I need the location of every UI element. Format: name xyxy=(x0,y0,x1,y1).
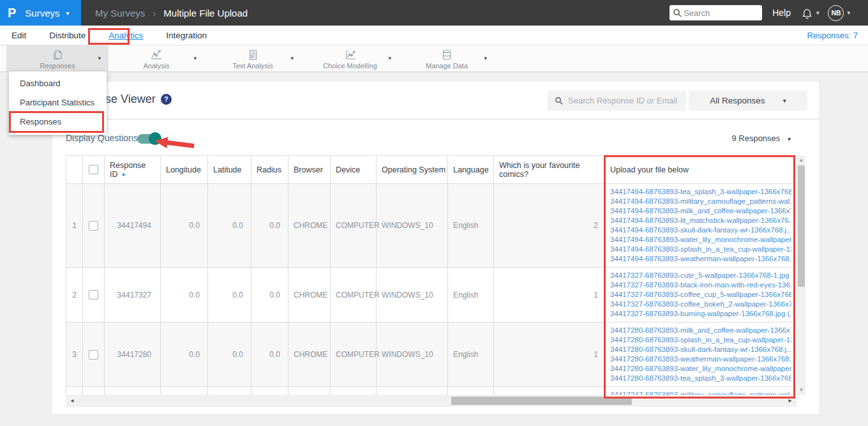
tab-distribute[interactable]: Distribute xyxy=(48,29,87,42)
file-link[interactable]: 34417494-68763893-water_lily_monochrome-… xyxy=(610,235,791,245)
menu-item-responses[interactable]: Responses xyxy=(9,112,107,132)
browser-cell: CHROME xyxy=(288,323,331,387)
file-link[interactable]: 34417327-68763893-black-iron-man-with-re… xyxy=(610,280,791,290)
responses-per-page-dropdown[interactable]: 9 Responses ▾ xyxy=(731,133,791,143)
radius-cell: 0.0 xyxy=(251,184,288,268)
row-checkbox[interactable] xyxy=(89,221,98,231)
vertical-scroll-thumb[interactable] xyxy=(798,165,805,287)
table-row: 2344173270.00.00.0CHROMECOMPUTERWINDOWS_… xyxy=(66,268,797,323)
column-header-label[interactable]: Response ID xyxy=(110,161,146,179)
column-header-label[interactable]: Which is your favourite comics? xyxy=(499,161,580,179)
column-header-label[interactable]: Operating System xyxy=(382,165,445,174)
scroll-down-arrow[interactable]: ▼ xyxy=(797,385,805,395)
help-link[interactable]: Help xyxy=(772,8,791,18)
toolbar-item-responses[interactable]: Responses▾ xyxy=(6,45,108,72)
column-header-browser: Browser xyxy=(288,156,331,184)
row-number-header xyxy=(66,156,83,184)
toolbar-item-choice-modelling[interactable]: Choice Modelling▾ xyxy=(301,45,399,72)
file-link[interactable]: 34417280-68763893-milk_and_coffee-wallpa… xyxy=(610,326,791,335)
breadcrumb-survey-title: Multiple File Upload xyxy=(163,8,248,19)
file-link[interactable]: 34417247-68763893-military_camouflage_pa… xyxy=(610,390,791,395)
tab-analytics[interactable]: Analytics xyxy=(107,29,144,42)
horizontal-scrollbar[interactable]: ◄ ► xyxy=(66,395,797,407)
language-cell: English xyxy=(448,184,494,268)
language-cell: English xyxy=(448,323,494,387)
longitude-cell: 0.0 xyxy=(161,268,208,323)
responses-count[interactable]: Responses: 7 xyxy=(807,31,858,40)
row-select-cell xyxy=(83,323,105,387)
scroll-right-arrow[interactable]: ► xyxy=(785,395,795,407)
file-link[interactable]: 34417280-68763893-tea_splash_3-wallpaper… xyxy=(610,374,791,383)
response-id-cell[interactable]: 34417280 xyxy=(105,323,161,387)
analysis-icon xyxy=(150,49,163,61)
horizontal-scroll-thumb[interactable] xyxy=(451,397,632,405)
sort-ascending-icon[interactable]: ▲ xyxy=(121,171,126,177)
file-link[interactable]: 34417494-68763893-weatherman-wallpaper-1… xyxy=(610,254,791,264)
toolbar-item-analysis[interactable]: Analysis▾ xyxy=(108,45,204,72)
file-link[interactable]: 34417494-68763893-milk_and_coffee-wallpa… xyxy=(610,206,791,216)
toolbar-item-manage-data[interactable]: Manage Data▾ xyxy=(399,45,495,72)
row-checkbox[interactable] xyxy=(89,350,98,360)
language-cell xyxy=(448,387,494,395)
comics-answer-cell: 1 xyxy=(494,268,605,323)
menu-item-participant-statistics[interactable]: Participant Statistics xyxy=(9,93,107,112)
bell-icon xyxy=(801,6,813,20)
table-row: 3344172800.00.00.0CHROMECOMPUTERWINDOWS_… xyxy=(66,323,797,387)
column-header-which-is-your-favourite-comics: Which is your favourite comics? xyxy=(494,156,605,184)
column-header-label[interactable]: Radius xyxy=(257,165,281,174)
tab-integration[interactable]: Integration xyxy=(165,29,208,42)
scroll-up-arrow[interactable]: ▲ xyxy=(797,155,805,165)
responses-table-wrap: Response ID▲LongitudeLatitudeRadiusBrows… xyxy=(66,155,797,395)
help-icon[interactable]: ? xyxy=(161,94,172,105)
chevron-down-icon: ▾ xyxy=(66,10,70,17)
global-search-input[interactable] xyxy=(684,5,759,20)
file-link[interactable]: 34417494-68763893-tea_splash_3-wallpaper… xyxy=(610,187,791,197)
row-checkbox[interactable] xyxy=(89,290,98,300)
scroll-left-arrow[interactable]: ◄ xyxy=(67,395,77,407)
surveys-product-menu[interactable]: P Surveys ▾ xyxy=(0,0,81,26)
file-link[interactable]: 34417280-68763893-water_lily_monochrome-… xyxy=(610,364,791,374)
response-id-cell[interactable]: 34417494 xyxy=(105,184,161,268)
file-link[interactable]: 34417327-68763893-burning-wallpaper-1366… xyxy=(610,309,791,319)
display-questions-toggle[interactable] xyxy=(137,134,160,144)
response-id-cell[interactable]: 34417327 xyxy=(105,268,161,323)
chevron-down-icon: ▾ xyxy=(193,55,197,61)
file-link[interactable]: 34417494-68763893-splash_in_a_tea_cup-wa… xyxy=(610,245,791,254)
response-search-input[interactable] xyxy=(568,91,683,110)
column-header-label[interactable]: Browser xyxy=(294,165,323,174)
row-number-cell: 1 xyxy=(66,184,83,268)
tab-edit[interactable]: Edit xyxy=(10,29,27,42)
file-link[interactable]: 34417494-68763893-lit_matchstick-wallpap… xyxy=(610,216,791,225)
file-link[interactable]: 34417280-68763893-skull-dark-fantasy-wr-… xyxy=(610,345,791,354)
file-link[interactable]: 34417280-68763893-weatherman-wallpaper-1… xyxy=(610,354,791,364)
chevron-down-icon: ▾ xyxy=(388,55,391,61)
column-header-label[interactable]: Language xyxy=(453,165,489,174)
chevron-down-icon: ▾ xyxy=(484,55,487,61)
column-header-label[interactable]: Device xyxy=(336,165,360,174)
text-analysis-icon xyxy=(247,49,258,61)
file-link[interactable]: 34417327-68763893-coffee_bokeh_2-wallpap… xyxy=(610,300,791,309)
notifications-menu[interactable]: ▾ xyxy=(801,6,819,20)
toolbar-item-text-analysis[interactable]: Text Analysis▾ xyxy=(204,45,301,72)
device-cell: COMPUTER xyxy=(331,268,377,323)
column-header-label[interactable]: Upload your file below xyxy=(610,165,689,174)
file-link[interactable]: 34417327-68763893-coffee_cup_5-wallpaper… xyxy=(610,290,791,300)
menu-item-dashboard[interactable]: Dashboard xyxy=(9,74,107,93)
column-header-language: Language xyxy=(448,156,494,184)
column-header-label[interactable]: Longitude xyxy=(166,165,201,174)
file-link[interactable]: 34417280-68763893-splash_in_a_tea_cup-wa… xyxy=(610,335,791,345)
file-link[interactable]: 34417494-68763893-military_camouflage_pa… xyxy=(610,197,791,206)
file-link[interactable]: 34417327-68763893-cute_5-wallpaper-1366x… xyxy=(610,271,791,280)
response-filter-value: All Responses xyxy=(710,96,765,105)
longitude-cell: 0.0 xyxy=(161,323,208,387)
toolbar-item-label: Responses xyxy=(40,62,75,70)
column-header-label[interactable]: Latitude xyxy=(213,165,241,174)
select-all-checkbox[interactable] xyxy=(89,165,98,174)
response-filter-dropdown[interactable]: All Responses ▾ xyxy=(689,91,807,110)
column-header-latitude: Latitude xyxy=(208,156,251,184)
file-link[interactable]: 34417494-68763893-skull-dark-fantasy-wr-… xyxy=(610,225,791,235)
analytics-toolbar: Responses▾Analysis▾Text Analysis▾Choice … xyxy=(0,45,868,72)
account-menu[interactable]: NB ▾ xyxy=(828,5,850,21)
vertical-scrollbar[interactable]: ▲ ▼ xyxy=(797,155,805,395)
breadcrumb-my-surveys[interactable]: My Surveys xyxy=(95,8,145,19)
